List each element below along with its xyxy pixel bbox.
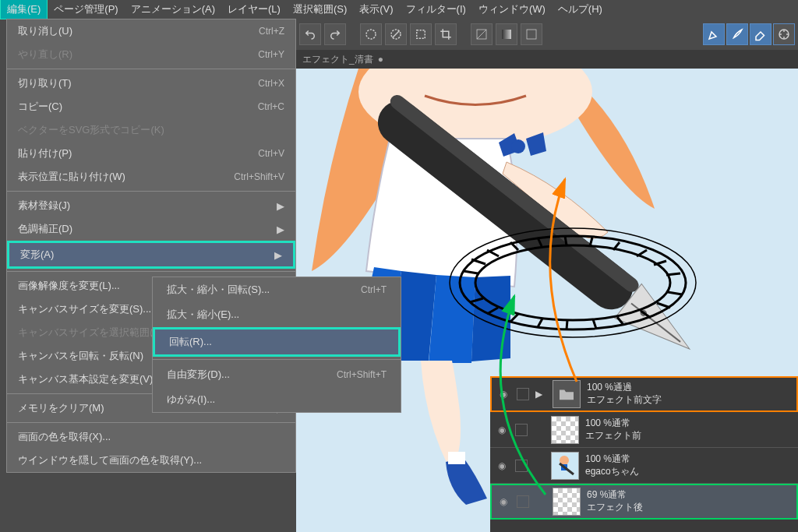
transform-submenu: 拡大・縮小・回転(S)...Ctrl+T 拡大・縮小(E)... 回転(R)..… bbox=[152, 277, 401, 413]
toolbar bbox=[296, 19, 798, 50]
svg-rect-3 bbox=[417, 30, 425, 39]
svg-rect-6 bbox=[502, 30, 511, 39]
layer-thumbnail bbox=[551, 416, 579, 444]
document-tab-bar: エフェクト_清書 ● bbox=[296, 50, 798, 69]
menu-window[interactable]: ウィンドウ(W) bbox=[472, 0, 552, 19]
svg-line-30 bbox=[666, 273, 680, 275]
menu-view[interactable]: 表示(V) bbox=[353, 0, 399, 19]
visibility-icon[interactable]: ◉ bbox=[496, 387, 510, 401]
submenu-distort[interactable]: ゆがみ(I)... bbox=[153, 387, 401, 412]
menu-register-material[interactable]: 素材登録(J)▶ bbox=[7, 194, 295, 217]
brush-tool-icon[interactable] bbox=[726, 23, 748, 45]
svg-point-11 bbox=[511, 139, 525, 153]
svg-line-2 bbox=[393, 31, 400, 38]
layer-row[interactable]: ◉ 100 %通常エフェクト前 bbox=[490, 412, 798, 448]
grad1-icon[interactable] bbox=[471, 23, 493, 45]
menu-page[interactable]: ページ管理(P) bbox=[48, 0, 124, 19]
layer-name: egacoちゃん bbox=[585, 466, 639, 478]
menu-selection[interactable]: 選択範囲(S) bbox=[287, 0, 353, 19]
grad3-icon[interactable] bbox=[521, 23, 542, 45]
folder-icon bbox=[553, 380, 581, 408]
tab-close-icon[interactable]: ● bbox=[378, 54, 383, 65]
menu-tonal-correction[interactable]: 色調補正(D)▶ bbox=[7, 217, 295, 241]
crop-icon[interactable] bbox=[435, 23, 457, 45]
layer-thumbnail bbox=[553, 488, 581, 516]
layer-row[interactable]: ◉ 100 %通常egacoちゃん bbox=[490, 448, 798, 484]
visibility-icon[interactable]: ◉ bbox=[495, 423, 509, 437]
layer-opacity: 100 %通常 bbox=[585, 417, 641, 430]
deselect-icon[interactable] bbox=[385, 23, 407, 45]
submenu-rotate[interactable]: 回転(R)... bbox=[153, 327, 401, 357]
menu-redo[interactable]: やり直し(R)Ctrl+Y bbox=[7, 43, 295, 66]
layer-opacity: 100 %通常 bbox=[585, 453, 639, 466]
menu-edit[interactable]: 編集(E) bbox=[0, 0, 48, 19]
svg-line-5 bbox=[477, 30, 486, 39]
menu-hide-pick-color[interactable]: ウインドウを隠して画面の色を取得(Y)... bbox=[7, 449, 295, 472]
menu-paste[interactable]: 貼り付け(P)Ctrl+V bbox=[7, 142, 295, 165]
invert-icon[interactable] bbox=[410, 23, 432, 45]
svg-line-36 bbox=[567, 320, 567, 329]
select-all-icon[interactable] bbox=[360, 23, 382, 45]
expand-icon[interactable]: ▶ bbox=[535, 389, 546, 400]
layer-name: エフェクト前 bbox=[585, 430, 641, 442]
menu-transform[interactable]: 変形(A)▶ bbox=[7, 241, 295, 269]
layer-row-folder[interactable]: ◉ ▶ 100 %通過エフェクト前文字 bbox=[490, 376, 798, 412]
visibility-icon[interactable]: ◉ bbox=[496, 495, 510, 509]
menu-cut[interactable]: 切り取り(T)Ctrl+X bbox=[7, 72, 295, 95]
hand-tool-icon[interactable] bbox=[773, 23, 795, 45]
grad2-icon[interactable] bbox=[496, 23, 517, 45]
menu-copy[interactable]: コピー(C)Ctrl+C bbox=[7, 95, 295, 118]
eraser-tool-icon[interactable] bbox=[750, 23, 772, 45]
layer-opacity: 100 %通過 bbox=[587, 382, 662, 394]
layers-panel: ◉ ▶ 100 %通過エフェクト前文字 ◉ 100 %通常エフェクト前 ◉ 10… bbox=[490, 376, 798, 532]
menu-pick-color[interactable]: 画面の色を取得(X)... bbox=[7, 425, 295, 449]
layer-opacity: 69 %通常 bbox=[587, 489, 643, 502]
redo-icon[interactable] bbox=[324, 23, 346, 45]
layer-name: エフェクト前文字 bbox=[587, 394, 662, 407]
submenu-free-transform[interactable]: 自由変形(D)...Ctrl+Shift+T bbox=[153, 362, 401, 387]
menu-layer[interactable]: レイヤー(L) bbox=[221, 0, 287, 19]
svg-rect-7 bbox=[527, 30, 536, 39]
submenu-scale[interactable]: 拡大・縮小(E)... bbox=[153, 302, 401, 327]
document-tab[interactable]: エフェクト_清書 bbox=[302, 53, 373, 66]
menu-animation[interactable]: アニメーション(A) bbox=[125, 0, 221, 19]
pen-tool-icon[interactable] bbox=[703, 23, 725, 45]
menu-paste-in-place[interactable]: 表示位置に貼り付け(W)Ctrl+Shift+V bbox=[7, 165, 295, 188]
svg-rect-12 bbox=[448, 452, 465, 464]
svg-point-0 bbox=[366, 30, 376, 39]
layer-thumbnail bbox=[551, 452, 579, 480]
layer-row-selected[interactable]: ◉ 69 %通常エフェクト後 bbox=[490, 484, 798, 520]
undo-icon[interactable] bbox=[299, 23, 321, 45]
menubar: 編集(E) ページ管理(P) アニメーション(A) レイヤー(L) 選択範囲(S… bbox=[0, 0, 798, 19]
menu-copy-svg: ベクターをSVG形式でコピー(K) bbox=[7, 118, 295, 142]
submenu-scale-rotate[interactable]: 拡大・縮小・回転(S)...Ctrl+T bbox=[153, 277, 401, 302]
visibility-icon[interactable]: ◉ bbox=[495, 459, 509, 473]
menu-filter[interactable]: フィルター(I) bbox=[400, 0, 472, 19]
svg-line-25 bbox=[565, 236, 567, 245]
layer-name: エフェクト後 bbox=[587, 502, 643, 514]
menu-help[interactable]: ヘルプ(H) bbox=[552, 0, 609, 19]
menu-undo[interactable]: 取り消し(U)Ctrl+Z bbox=[7, 19, 295, 43]
